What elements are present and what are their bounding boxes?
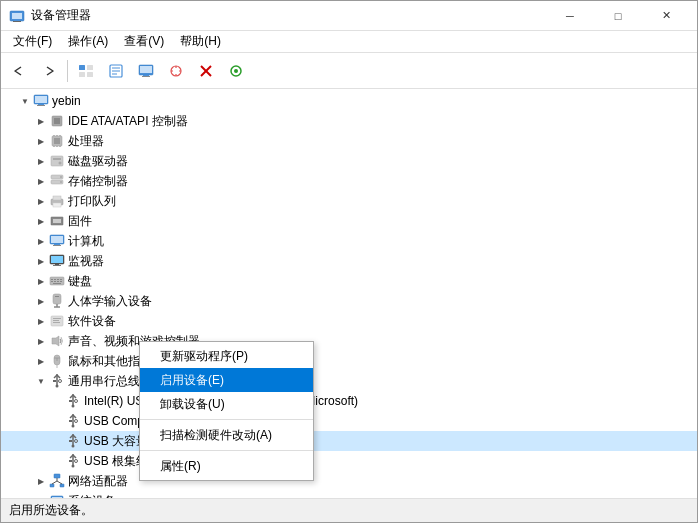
svg-rect-62: [57, 279, 59, 280]
ctx-uninstall-device[interactable]: 卸载设备(U): [140, 392, 313, 416]
tree-item-monitor[interactable]: ▶ 监视器: [1, 251, 697, 271]
svg-rect-61: [54, 279, 56, 280]
menu-file[interactable]: 文件(F): [5, 31, 60, 52]
svg-point-86: [59, 380, 62, 383]
toggle-icon[interactable]: ▶: [33, 333, 49, 349]
device-tree[interactable]: ▼ yebin ▶: [1, 89, 697, 498]
svg-rect-47: [53, 196, 61, 200]
svg-rect-109: [69, 460, 72, 462]
toggle-icon[interactable]: ▼: [33, 373, 49, 389]
tree-label: 监视器: [68, 253, 104, 270]
menu-action[interactable]: 操作(A): [60, 31, 116, 52]
toggle-icon[interactable]: ▶: [33, 493, 49, 498]
svg-rect-60: [51, 279, 53, 280]
svg-rect-67: [60, 281, 62, 282]
tree-item-ide[interactable]: ▶ IDE ATA/ATAPI 控制器: [1, 111, 697, 131]
menu-help[interactable]: 帮助(H): [172, 31, 229, 52]
properties-button[interactable]: [102, 57, 130, 85]
svg-rect-52: [51, 236, 63, 243]
svg-rect-74: [53, 318, 61, 319]
toggle-icon[interactable]: ▶: [33, 233, 49, 249]
svg-rect-113: [50, 484, 54, 487]
remove-button[interactable]: [192, 57, 220, 85]
usb-composite-icon: [65, 413, 81, 429]
tree-item-keyboard[interactable]: ▶ 键盘: [1, 271, 697, 291]
svg-rect-2: [14, 20, 20, 21]
tree-item-usb-mass-storage[interactable]: USB 大容量存储设备: [1, 431, 697, 451]
svg-point-99: [72, 425, 75, 428]
toggle-icon[interactable]: ▶: [33, 473, 49, 489]
ctx-separator-2: [140, 450, 313, 451]
tree-item-root[interactable]: ▼ yebin: [1, 91, 697, 111]
toggle-icon[interactable]: ▶: [33, 153, 49, 169]
tree-item-disk[interactable]: ▶ 磁盘驱动器: [1, 151, 697, 171]
tree-label: 系统设备: [68, 493, 116, 499]
svg-rect-39: [51, 156, 63, 166]
svg-rect-14: [143, 75, 149, 76]
close-button[interactable]: ✕: [643, 2, 689, 30]
window-title: 设备管理器: [31, 7, 91, 24]
tree-item-firmware[interactable]: ▶ 固件: [1, 211, 697, 231]
menu-view[interactable]: 查看(V): [116, 31, 172, 52]
tree-item-audio[interactable]: ▶ 声音、视频和游戏控制器: [1, 331, 697, 351]
tree-item-computer[interactable]: ▶ 计算机: [1, 231, 697, 251]
toggle-icon[interactable]: ▶: [33, 293, 49, 309]
usb-hub-icon: [65, 453, 81, 469]
refresh-button[interactable]: [222, 57, 250, 85]
tree-item-software[interactable]: ▶ 软件设备: [1, 311, 697, 331]
tree-label: 计算机: [68, 233, 104, 250]
tree-label: 人体学输入设备: [68, 293, 152, 310]
toggle-icon[interactable]: ▶: [33, 253, 49, 269]
svg-point-110: [75, 460, 78, 463]
toggle-icon[interactable]: ▶: [33, 173, 49, 189]
maximize-button[interactable]: □: [595, 2, 641, 30]
tree-item-processor[interactable]: ▶ 处理器: [1, 131, 697, 151]
mouse-icon: [49, 353, 65, 369]
svg-rect-30: [54, 118, 60, 124]
tree-label: 网络适配器: [68, 473, 128, 490]
scan-button[interactable]: [162, 57, 190, 85]
back-button[interactable]: [5, 57, 33, 85]
title-bar-left: 设备管理器: [9, 7, 91, 24]
tree-item-hid[interactable]: ▶ 人体学输入设备: [1, 291, 697, 311]
svg-rect-76: [53, 322, 60, 323]
ctx-update-driver[interactable]: 更新驱动程序(P): [140, 344, 313, 368]
keyboard-icon: [49, 273, 65, 289]
toggle-icon[interactable]: ▼: [17, 93, 33, 109]
cpu-icon: [49, 133, 65, 149]
tree-item-intel-usb[interactable]: Intel(R) USB 3.0 可扩展主机控制器 - 1.0 (Microso…: [1, 391, 697, 411]
svg-rect-66: [57, 281, 59, 282]
toggle-icon[interactable]: ▶: [33, 313, 49, 329]
update-driver-button[interactable]: [132, 57, 160, 85]
tree-label: IDE ATA/ATAPI 控制器: [68, 113, 188, 130]
show-hidden-button[interactable]: [72, 57, 100, 85]
svg-rect-6: [79, 72, 85, 77]
toggle-icon[interactable]: ▶: [33, 133, 49, 149]
toggle-icon[interactable]: ▶: [33, 193, 49, 209]
tree-item-usb-root[interactable]: ▼ 通用串行总线控制器: [1, 371, 697, 391]
svg-rect-63: [60, 279, 62, 280]
toggle-icon[interactable]: ▶: [33, 353, 49, 369]
audio-icon: [49, 333, 65, 349]
tree-item-system[interactable]: ▶ 系统设备: [1, 491, 697, 498]
toggle-icon[interactable]: ▶: [33, 213, 49, 229]
tree-item-usb-hub[interactable]: USB 根集线器: [1, 451, 697, 471]
svg-rect-64: [51, 281, 53, 282]
tree-item-network[interactable]: ▶ 网络适配器: [1, 471, 697, 491]
svg-rect-85: [53, 380, 56, 382]
tree-item-storage[interactable]: ▶ 存储控制器: [1, 171, 697, 191]
tree-item-print[interactable]: ▶ 打印队列: [1, 191, 697, 211]
forward-button[interactable]: [35, 57, 63, 85]
tree-item-mouse[interactable]: ▶ 鼠标和其他指针设备: [1, 351, 697, 371]
ctx-scan-hardware[interactable]: 扫描检测硬件改动(A): [140, 423, 313, 447]
tree-item-usb-composite[interactable]: USB Composite Device: [1, 411, 697, 431]
ctx-enable-device[interactable]: 启用设备(E): [140, 368, 313, 392]
minimize-button[interactable]: ─: [547, 2, 593, 30]
hid-icon: [49, 293, 65, 309]
toggle-icon[interactable]: ▶: [33, 113, 49, 129]
toggle-icon[interactable]: ▶: [33, 273, 49, 289]
ctx-properties[interactable]: 属性(R): [140, 454, 313, 478]
svg-rect-15: [142, 76, 150, 77]
usb-device-icon: [65, 393, 81, 409]
svg-marker-77: [52, 336, 59, 346]
